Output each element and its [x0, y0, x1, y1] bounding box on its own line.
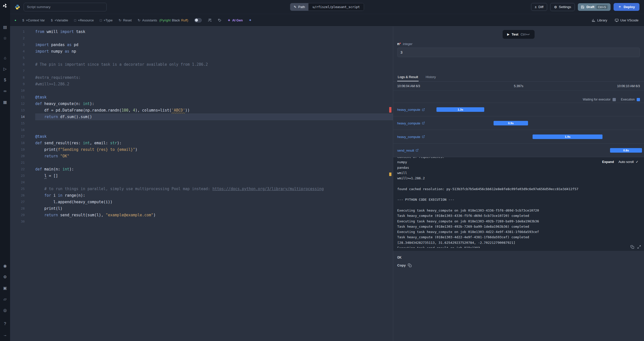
copy-logs-icon[interactable] [630, 245, 634, 249]
code-line[interactable]: return df.sum().sum() [35, 114, 393, 120]
fullscreen-logs-icon[interactable] [637, 245, 641, 249]
windmill-logo[interactable] [2, 3, 8, 9]
settings-icon[interactable]: ⚙ [3, 275, 8, 280]
script-summary-input[interactable] [24, 3, 107, 11]
code-line[interactable]: df = pd.DataFrame(np.random.randn(100, 4… [35, 107, 393, 114]
test-shortcut: Ctrl+↵ [521, 32, 530, 36]
code-line[interactable]: print(l) [35, 205, 393, 212]
code-line[interactable] [35, 68, 393, 74]
code-line[interactable] [35, 159, 393, 166]
code-line[interactable]: # The pin is important since task is a d… [35, 61, 393, 68]
assistant-toggle[interactable] [194, 18, 202, 22]
top-header: ✎ Path u/rfiszel/pleasant_script ± Diff … [10, 0, 644, 14]
task-job-link[interactable]: heavy_compute [397, 108, 425, 112]
code-line[interactable]: l.append(heavy_compute(i)) [35, 199, 393, 205]
code-line[interactable] [35, 120, 393, 127]
add-variable-button[interactable]: $ +Variable [51, 18, 68, 22]
code-line[interactable]: # to run things in parallel, simply use … [35, 186, 393, 192]
schedules-icon[interactable]: ▦ [3, 100, 8, 105]
test-button[interactable]: ▶ Test Ctrl+↵ [503, 30, 534, 39]
code-editor[interactable]: 1234567891011121314151617181920212223242… [10, 26, 393, 341]
add-context-var-button[interactable]: $ +Context Var [22, 18, 45, 22]
code-line[interactable]: return "OK" [35, 153, 393, 159]
refresh-icon: ↻ [118, 18, 121, 22]
code-line[interactable]: for i in range(n): [35, 192, 393, 199]
code-line[interactable]: print(f"Sending result {res} to {email}"… [35, 146, 393, 153]
magic-wand-icon[interactable]: ✦ [249, 18, 252, 22]
tab-logs-result[interactable]: Logs & Result [397, 73, 419, 81]
copy-icon [408, 263, 412, 267]
collaborators-icon[interactable] [208, 18, 212, 22]
dollar-icon: $ [22, 18, 24, 22]
task-job-link[interactable]: heavy_compute [397, 121, 425, 125]
draft-shortcut: Ctrl+S [596, 5, 608, 9]
reset-button[interactable]: ↻ Reset [118, 18, 132, 22]
path-button[interactable]: ✎ Path [290, 3, 309, 11]
result-tabs: Logs & Result History [393, 73, 644, 82]
use-vscode-button[interactable]: Use VScode [615, 18, 638, 22]
tab-history[interactable]: History [425, 73, 436, 81]
result-value: OK [393, 251, 644, 261]
code-line[interactable] [35, 218, 393, 225]
task-job-link[interactable]: heavy_compute [397, 135, 425, 139]
dashboard-icon[interactable]: ▤ [3, 25, 8, 30]
external-link-icon [416, 149, 419, 152]
code-line[interactable]: def heavy_compute(n: int): [35, 100, 393, 107]
code-line[interactable] [35, 87, 393, 94]
code-line[interactable] [35, 35, 393, 42]
home-icon[interactable]: ⌂ [3, 55, 8, 60]
audit-logs-icon[interactable]: ◎ [3, 308, 8, 313]
line-number: 30 [10, 218, 25, 225]
tag-icon[interactable] [218, 18, 222, 22]
line-number: 18 [10, 140, 25, 146]
line-number: 20 [10, 153, 25, 159]
help-icon[interactable]: ? [3, 321, 8, 326]
line-number: 16 [10, 127, 25, 133]
autoscroll-label[interactable]: Auto scroll [618, 160, 634, 164]
code-line[interactable]: import pandas as pd [35, 42, 393, 48]
code-line[interactable]: #wmill>=1.286.2 [35, 81, 393, 87]
deploy-button[interactable]: Deploy [614, 3, 639, 11]
task-job-link[interactable]: send_result [397, 148, 419, 152]
code-line[interactable] [35, 55, 393, 61]
folders-icon[interactable]: ▱ [3, 297, 8, 302]
arg-n-input[interactable] [397, 48, 640, 57]
total-duration: 5.397s [514, 84, 524, 88]
script-path[interactable]: u/rfiszel/pleasant_script [308, 3, 364, 11]
code-line[interactable]: @task [35, 94, 393, 100]
draft-button[interactable]: Draft Ctrl+S [578, 3, 611, 11]
code-line[interactable]: @task [35, 133, 393, 140]
path-button-label: Path [298, 5, 305, 9]
code-line[interactable]: #extra_requirements: [35, 74, 393, 81]
expand-button[interactable]: Expand [602, 160, 614, 164]
add-type-button[interactable]: □ +Type [100, 18, 113, 22]
variables-icon[interactable]: $ [3, 78, 8, 83]
code-line[interactable] [35, 127, 393, 133]
code-line[interactable]: l = [] [35, 173, 393, 179]
user-icon[interactable]: ◉ [3, 263, 8, 268]
deploy-label: Deploy [624, 5, 635, 9]
settings-button[interactable]: ⚙ Settings [550, 3, 575, 11]
copy-result-button[interactable]: Copy [393, 261, 416, 269]
collapse-icon[interactable]: → [3, 332, 8, 337]
resources-icon[interactable]: ∞ [3, 89, 8, 94]
code-line[interactable]: from wmill import task [35, 28, 393, 35]
code-line[interactable]: import numpy as np [35, 48, 393, 55]
runs-icon[interactable]: ▷ [3, 66, 8, 72]
code-line[interactable]: def main(n: int): [35, 166, 393, 173]
library-button[interactable]: Library [592, 18, 607, 22]
code-line[interactable]: return send_result(sum(l), "example@exam… [35, 212, 393, 218]
check-icon: ✓ [636, 160, 638, 164]
favorites-icon[interactable]: ☆ [3, 36, 8, 41]
editor-code[interactable]: from wmill import taskimport pandas as p… [25, 28, 393, 341]
header-center: ✎ Path u/rfiszel/pleasant_script [290, 3, 364, 11]
assistants-button[interactable]: ↻ Assistants (Pyright Black Ruff) [138, 18, 188, 22]
add-resource-button[interactable]: □ +Resource [74, 18, 94, 22]
workers-icon[interactable]: ▣ [3, 286, 8, 291]
bar-chart-icon [592, 18, 595, 22]
ai-gen-button[interactable]: ✦ AI Gen [228, 18, 243, 22]
execution-swatch [637, 98, 640, 101]
diff-button[interactable]: ± Diff [531, 3, 547, 11]
code-line[interactable]: def send_result(res: int, email: str): [35, 140, 393, 146]
code-line[interactable] [35, 179, 393, 186]
